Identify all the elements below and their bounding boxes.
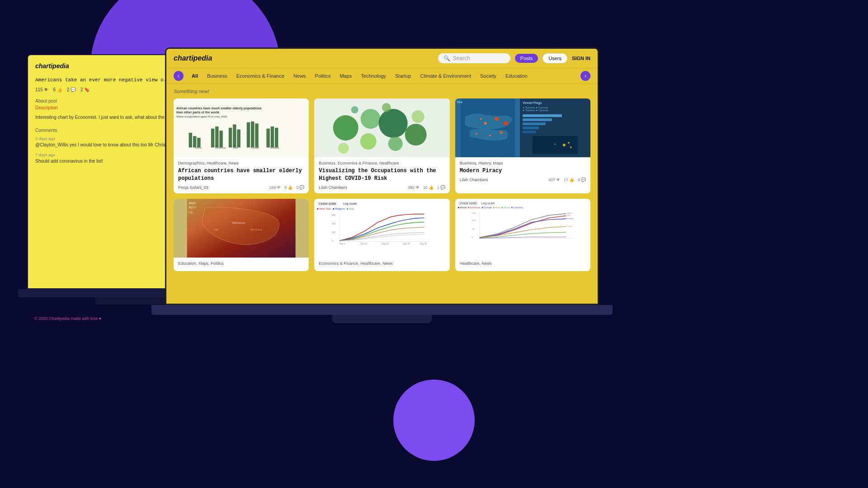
svg-point-42 — [555, 144, 556, 145]
svg-text:China: China — [567, 225, 572, 227]
card-1-author: Pooja Golani_03 — [178, 185, 208, 190]
card-african-countries[interactable]: African countries have much smaller elde… — [174, 99, 309, 193]
curve-legend-belgium: ■ Belgium — [333, 207, 345, 210]
svg-point-41 — [570, 146, 572, 148]
card-4-image: AND RITY I.C. Damascus Idlib Deir el Zou… — [174, 199, 309, 258]
card-1-image: African countries have much smaller elde… — [174, 99, 309, 157]
card-syria[interactable]: AND RITY I.C. Damascus Idlib Deir el Zou… — [174, 199, 309, 271]
card-2-title: Visualizing the Occupations with the Hig… — [319, 167, 445, 183]
svg-text:150k: 150k — [472, 211, 476, 214]
back-likes: 6 👍 — [53, 87, 62, 92]
global-legend-oceania: ■ Oceania — [511, 206, 523, 209]
svg-text:Day 23: Day 23 — [382, 243, 389, 245]
app-header: chartipedia 🔍 Search Posts Users SIGN IN — [166, 49, 598, 68]
global-covid-svg: 0 50k 100k 150k — [458, 210, 588, 243]
laptop-front: chartipedia 🔍 Search Posts Users SIGN IN… — [165, 47, 599, 341]
card-covid-occupations[interactable]: Business, Economics & Finance, Healthcar… — [314, 99, 449, 193]
nav-item-news[interactable]: News — [289, 71, 311, 80]
covid-curve-svg: 0 300 600 900 Day 0 Day 12 Day 23 Day 34… — [317, 212, 447, 246]
svg-point-39 — [563, 144, 566, 146]
card-covid-curve[interactable]: Linear scale Log scale ■ New York ■ Belg… — [314, 199, 449, 271]
card-3-author: Lilah Chambers — [460, 178, 488, 182]
global-legend-all: ■ World — [458, 206, 467, 209]
vessel-map-svg — [455, 99, 520, 157]
svg-rect-38 — [533, 136, 578, 154]
app-nav: ‹ All Business Economics & Finance News … — [166, 68, 598, 84]
svg-text:Day 34: Day 34 — [403, 243, 410, 245]
nav-item-economics[interactable]: Economics & Finance — [232, 71, 289, 80]
nav-item-climate[interactable]: Climate & Environment — [415, 71, 476, 80]
log-scale-label: Log scale — [341, 202, 359, 206]
back-views: 115 👁 — [35, 87, 48, 92]
nav-item-politics[interactable]: Politics — [311, 71, 335, 80]
nav-item-technology[interactable]: Technology — [356, 71, 391, 80]
svg-text:Day 0: Day 0 — [340, 243, 345, 245]
card-6-image: Linear scale Log scale ■ World ■ America… — [455, 199, 590, 258]
vessel-bar-4 — [523, 127, 588, 129]
svg-point-35 — [489, 135, 491, 136]
vessel-world-dots — [523, 136, 588, 154]
card-4-tags: Education, Maps, Politics — [178, 261, 304, 266]
vessel-map-label: sca — [457, 100, 462, 103]
svg-text:Idlib: Idlib — [214, 228, 218, 231]
nav-item-education[interactable]: Education — [501, 71, 532, 80]
covid-curve-chart: Linear scale Log scale ■ New York ■ Belg… — [314, 199, 449, 258]
curve-legend: ■ New York ■ Belgium ■ Italy — [317, 207, 447, 210]
nav-right-arrow[interactable]: › — [580, 71, 590, 81]
users-button[interactable]: Users — [542, 53, 567, 63]
search-placeholder: Search — [453, 55, 470, 61]
svg-text:I.C.: I.C. — [189, 211, 194, 214]
search-icon: 🔍 — [443, 55, 450, 61]
card-3-footer: Lilah Chambers 407 👁 17 👍 0 💬 — [460, 178, 586, 182]
search-bar[interactable]: 🔍 Search — [438, 53, 510, 63]
svg-rect-7 — [219, 131, 222, 148]
card-3-comments: 0 💬 — [578, 178, 586, 182]
global-log-label: Log scale — [479, 201, 496, 205]
nav-item-all[interactable]: All — [187, 71, 203, 80]
demographics-chart: African countries have much smaller elde… — [174, 99, 309, 157]
svg-point-24 — [388, 136, 403, 151]
nav-item-startup[interactable]: Startup — [391, 71, 415, 80]
card-global-covid[interactable]: Linear scale Log scale ■ World ■ America… — [455, 199, 590, 271]
vessel-chart: sca Vessel Flags ● Typesec ● Typesec● Ty… — [455, 99, 590, 157]
card-2-footer: Lilah Chambers 390 👁 10 👍 1 💬 — [319, 185, 445, 190]
svg-text:0: 0 — [472, 236, 473, 239]
app-main: Something new! African countries have mu… — [166, 84, 598, 294]
card-modern-piracy[interactable]: sca Vessel Flags ● Typesec ● Typesec● Ty… — [455, 99, 590, 193]
svg-rect-10 — [233, 125, 236, 148]
vessel-bar-3 — [523, 122, 588, 125]
svg-rect-1 — [189, 133, 192, 148]
vessel-map-left: sca — [455, 99, 520, 157]
card-2-image — [314, 99, 449, 157]
global-linear-label: Linear scale — [458, 201, 479, 205]
nav-item-society[interactable]: Society — [476, 71, 501, 80]
back-saves: 2 🔖 — [80, 87, 90, 92]
svg-text:Europe: Europe — [567, 217, 573, 220]
card-2-comments: 1 💬 — [437, 185, 445, 190]
nav-item-maps[interactable]: Maps — [335, 71, 356, 80]
posts-button[interactable]: Posts — [515, 54, 538, 63]
global-legend-africa: ■ Africa — [501, 206, 510, 209]
linear-scale-label: Linear scale — [317, 202, 338, 206]
svg-text:600: 600 — [332, 223, 335, 225]
card-3-likes: 17 👍 — [564, 178, 574, 182]
vessel-title: Vessel Flags — [523, 101, 588, 104]
card-1-stats: 166 👁 9 👍 0 💬 — [269, 185, 304, 190]
vessel-world-svg — [523, 136, 588, 154]
card-1-footer: Pooja Golani_03 166 👁 9 👍 0 💬 — [178, 185, 304, 190]
bg-circle-small — [393, 380, 475, 461]
svg-text:900: 900 — [332, 214, 335, 216]
curve-scale-row: Linear scale Log scale — [317, 202, 447, 206]
card-5-body: Economics & Finance, Healthcare, News — [314, 258, 449, 271]
curve-legend-ny: ■ New York — [317, 207, 331, 210]
nav-left-arrow[interactable]: ‹ — [174, 71, 184, 81]
card-4-body: Education, Maps, Politics — [174, 258, 309, 271]
card-6-body: Healthcare, News — [455, 258, 590, 271]
card-1-comments: 0 💬 — [296, 185, 304, 190]
nav-item-business[interactable]: Business — [203, 71, 232, 80]
card-2-views: 390 👁 — [408, 185, 420, 190]
signin-button[interactable]: SIGN IN — [572, 56, 590, 61]
svg-text:World: World — [567, 211, 572, 214]
svg-rect-9 — [229, 128, 232, 148]
vessel-bar-5 — [523, 131, 588, 133]
